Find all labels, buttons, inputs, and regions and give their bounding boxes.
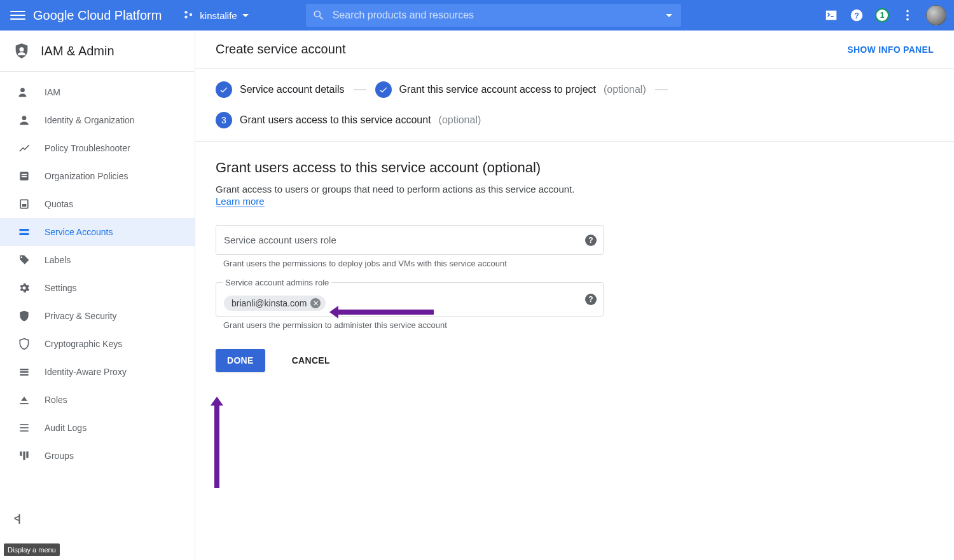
step-connector	[354, 89, 366, 90]
sidebar-item-label: Identity-Aware Proxy	[45, 367, 127, 377]
step-3[interactable]: 3 Grant users access to this service acc…	[216, 112, 481, 128]
show-info-panel-button[interactable]: SHOW INFO PANEL	[847, 44, 934, 55]
sidebar-item-identity[interactable]: Identity & Organization	[0, 106, 195, 134]
help-icon[interactable]: ?	[850, 8, 864, 22]
check-icon	[375, 81, 392, 98]
sidebar-item-groups[interactable]: Groups	[0, 442, 195, 470]
step-1-label: Service account details	[240, 84, 345, 95]
sidebar-item-roles[interactable]: Roles	[0, 386, 195, 414]
admin-email-chip: brianli@kinsta.com ✕	[224, 296, 326, 311]
sidebar-section-title: IAM & Admin	[41, 44, 114, 58]
menu-icon[interactable]	[10, 8, 25, 23]
svg-rect-26	[23, 451, 25, 460]
sidebar: IAM & Admin IAM Identity & Organization …	[0, 31, 195, 560]
search-dropdown-icon[interactable]	[666, 14, 672, 17]
sidebar-item-policy-troubleshooter[interactable]: Policy Troubleshooter	[0, 134, 195, 162]
iam-admin-icon	[13, 42, 31, 60]
learn-more-link[interactable]: Learn more	[216, 196, 265, 207]
stepper: Service account details Grant this servi…	[195, 69, 954, 142]
search-box[interactable]	[306, 4, 681, 27]
more-icon[interactable]	[901, 8, 915, 22]
annotation-arrow-vertical	[214, 406, 219, 488]
users-role-hint: Grant users the permissions to deploy jo…	[216, 259, 604, 268]
sidebar-item-service-accounts[interactable]: Service Accounts	[0, 218, 195, 246]
chip-text: brianli@kinsta.com	[232, 298, 307, 308]
sidebar-item-label: IAM	[45, 87, 60, 97]
search-input[interactable]	[333, 10, 666, 21]
sidebar-item-iap[interactable]: Identity-Aware Proxy	[0, 358, 195, 386]
remove-chip-icon[interactable]: ✕	[310, 298, 321, 308]
search-icon	[312, 9, 325, 22]
menu-tooltip: Display a menu	[4, 543, 60, 556]
sidebar-item-label: Groups	[45, 451, 74, 461]
users-role-placeholder: Service account users role	[224, 235, 336, 245]
section-heading: Grant users access to this service accou…	[216, 160, 934, 176]
admins-role-field-group: Service account admins role brianli@kins…	[216, 282, 604, 330]
svg-point-10	[22, 116, 27, 120]
sidebar-item-label: Identity & Organization	[45, 115, 135, 125]
step-3-optional: (optional)	[439, 114, 481, 126]
svg-point-2	[190, 13, 193, 16]
help-icon[interactable]: ?	[585, 235, 597, 246]
sidebar-item-iam[interactable]: IAM	[0, 78, 195, 106]
svg-rect-20	[20, 371, 28, 373]
notifications-badge[interactable]: 1	[875, 8, 889, 22]
sidebar-item-audit-logs[interactable]: Audit Logs	[0, 414, 195, 442]
svg-point-0	[185, 11, 188, 14]
sidebar-item-settings[interactable]: Settings	[0, 274, 195, 302]
users-role-field-group: Service account users role ? Grant users…	[216, 225, 604, 268]
sidebar-item-label: Quotas	[45, 199, 73, 209]
step-2-optional: (optional)	[604, 84, 646, 95]
step-number-icon: 3	[216, 112, 232, 128]
step-3-label: Grant users access to this service accou…	[240, 114, 431, 126]
sidebar-item-crypto-keys[interactable]: Cryptographic Keys	[0, 330, 195, 358]
page-header: Create service account SHOW INFO PANEL	[195, 31, 954, 69]
sidebar-item-label: Cryptographic Keys	[45, 339, 122, 349]
svg-rect-24	[20, 430, 28, 432]
project-icon	[183, 9, 195, 22]
svg-point-8	[20, 47, 24, 51]
step-1[interactable]: Service account details	[216, 81, 345, 98]
gcp-logo[interactable]: Google Cloud Platform	[33, 8, 162, 23]
topbar-actions: ? 1	[824, 5, 946, 25]
project-picker[interactable]: kinstalife	[177, 5, 254, 26]
svg-rect-22	[20, 424, 28, 425]
annotation-arrow-horizontal	[338, 310, 434, 315]
svg-point-6	[906, 14, 909, 17]
svg-point-9	[20, 88, 25, 92]
sidebar-item-quotas[interactable]: Quotas	[0, 190, 195, 218]
sidebar-item-label: Privacy & Security	[45, 311, 117, 321]
sidebar-header: IAM & Admin	[0, 31, 195, 72]
sidebar-item-labels[interactable]: Labels	[0, 246, 195, 274]
users-role-input[interactable]: Service account users role ?	[216, 225, 604, 255]
sidebar-item-label: Audit Logs	[45, 423, 86, 433]
sidebar-item-label: Roles	[45, 395, 67, 405]
cloud-shell-icon[interactable]	[824, 8, 838, 22]
check-icon	[216, 81, 232, 98]
svg-rect-12	[22, 174, 27, 175]
step-2[interactable]: Grant this service account access to pro…	[375, 81, 646, 98]
avatar[interactable]	[926, 5, 946, 25]
svg-rect-17	[20, 233, 29, 235]
svg-rect-19	[20, 369, 28, 371]
svg-point-7	[906, 18, 909, 21]
collapse-sidebar-icon[interactable]: <|	[14, 513, 19, 524]
form-actions: DONE CANCEL	[216, 349, 934, 372]
svg-rect-21	[20, 374, 28, 376]
svg-point-1	[185, 15, 188, 18]
admins-role-hint: Grant users the permission to administer…	[216, 320, 604, 330]
help-icon[interactable]: ?	[585, 294, 597, 305]
sidebar-item-org-policies[interactable]: Organization Policies	[0, 162, 195, 190]
done-button[interactable]: DONE	[216, 349, 265, 372]
svg-text:?: ?	[854, 11, 859, 20]
main-content: Create service account SHOW INFO PANEL S…	[195, 31, 954, 560]
top-bar: Google Cloud Platform kinstalife ? 1	[0, 0, 954, 31]
step-2-label: Grant this service account access to pro…	[399, 84, 596, 95]
project-name: kinstalife	[200, 10, 237, 21]
svg-point-5	[906, 10, 909, 13]
section-description: Grant access to users or groups that nee…	[216, 184, 934, 195]
sidebar-item-label: Settings	[45, 283, 77, 293]
sidebar-item-privacy[interactable]: Privacy & Security	[0, 302, 195, 330]
svg-rect-16	[20, 229, 29, 231]
cancel-button[interactable]: CANCEL	[280, 349, 342, 372]
